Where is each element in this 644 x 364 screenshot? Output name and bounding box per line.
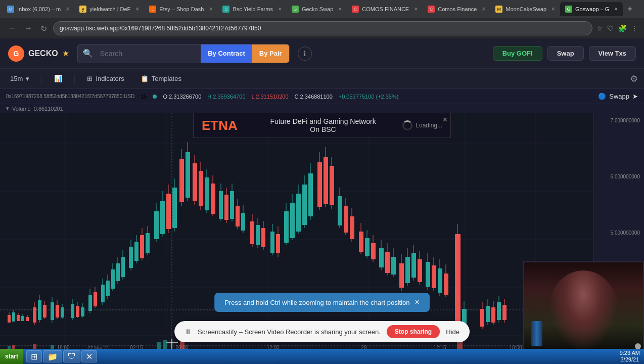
taskbar-right: 9:23 AM 3/29/21 — [616, 350, 644, 363]
ohlc-open: O 2.313266700 — [163, 94, 201, 100]
price-level-5: 5.000000000 — [598, 230, 640, 236]
favorite-star-icon[interactable]: ★ — [62, 49, 69, 58]
swap-button[interactable]: Swap — [547, 46, 584, 61]
recorder-text: Screencastify – Screen Video Recorder is… — [198, 328, 381, 336]
timeframe-selector[interactable]: 15m ▾ — [6, 73, 33, 84]
templates-icon: 📋 — [141, 75, 149, 82]
tab-mooncake[interactable]: M MoonCakeSwap × — [490, 2, 560, 16]
taskbar-item-security[interactable]: 🛡 — [63, 350, 80, 362]
ohlc-close-val: 2.346881100 — [300, 94, 333, 100]
logo-area: G GECKO ★ — [8, 46, 69, 62]
taskbar-item-tool[interactable]: ✕ — [81, 350, 97, 362]
webcam-person — [548, 270, 619, 351]
taskbar: start ⊞ 📁 🛡 ✕ 9:23 AM 3/29/21 — [0, 349, 644, 364]
tab-bsc[interactable]: B Bsc Yield Farms × — [217, 2, 286, 16]
ad-subtext: On BSC — [244, 125, 403, 133]
swapp-label: Swapp — [609, 93, 629, 100]
chart-type-selector[interactable]: 📊 — [50, 73, 66, 84]
tab-gecko-swap[interactable]: G Gecko Swap × — [287, 2, 347, 16]
ad-text: Future DeFi and Gaming Network — [244, 117, 403, 125]
by-pair-button[interactable]: By Pair — [252, 44, 289, 63]
tab-close-icon[interactable]: × — [338, 6, 342, 13]
volume-val: 0.86110201 — [34, 106, 63, 112]
chart-settings-button[interactable]: ⚙ — [630, 73, 638, 84]
zoom-hint-text: Press and hold Ctrl while zooming to mai… — [224, 299, 409, 306]
tab-label: Bsc Yield Farms — [233, 6, 272, 12]
tab-close-icon[interactable]: × — [209, 6, 212, 13]
toolbar-separator-2 — [74, 74, 75, 84]
tab-label: Goswapp – G — [575, 6, 609, 12]
ohlc-bar: 0x16971987268 58f52dd5b1380421f27d567797… — [0, 89, 644, 104]
ohlc-close: C 2.346881100 — [295, 94, 333, 100]
ohlc-high: H 2.359364700 — [207, 94, 245, 100]
ad-logo: ETNA — [202, 118, 238, 133]
tab-close-icon[interactable]: × — [135, 6, 139, 13]
by-contract-button[interactable]: By Contract — [201, 44, 252, 63]
tab-close-icon[interactable]: × — [66, 6, 69, 13]
buy-gofi-button[interactable]: Buy GOFI — [493, 46, 542, 61]
tab-gmail[interactable]: M Inbox (6,082) – m × — [2, 2, 74, 16]
tab-label: Comos Finance — [438, 6, 477, 12]
more-icon[interactable]: ⋮ — [631, 24, 638, 32]
stop-sharing-button[interactable]: Stop sharing — [387, 325, 440, 338]
templates-button[interactable]: 📋 Templates — [136, 73, 186, 84]
ohlc-pair: 0x16971987268 58f52dd5b1380421f27d567797… — [6, 94, 134, 99]
info-button[interactable]: ℹ — [298, 47, 312, 61]
search-icon: 🔍 — [78, 49, 98, 58]
hide-button[interactable]: Hide — [446, 328, 459, 336]
ohlc-low-label: L — [252, 94, 255, 100]
tab-label: Gecko Swap — [302, 6, 333, 12]
webcam-can — [531, 321, 542, 346]
ohlc-low: L 2.311510200 — [252, 94, 289, 100]
reload-button[interactable]: ↻ — [38, 22, 49, 35]
tab-label: MoonCakeSwap — [505, 6, 546, 12]
volume-dropdown-icon[interactable]: ▾ — [6, 105, 9, 112]
tab-close-icon[interactable]: × — [414, 6, 418, 13]
candlestick-chart: 18:00 27 Mar '21 02:15 06:00 12:00 29 12… — [0, 113, 593, 352]
url-text: goswapp.bsc.web.app/0x16971987268 58f52d… — [60, 25, 261, 32]
tab-favicon: E — [149, 6, 156, 13]
share-icon: ➤ — [632, 93, 638, 100]
url-bar[interactable]: goswapp.bsc.web.app/0x16971987268 58f52d… — [53, 21, 592, 35]
ad-close-button[interactable]: × — [443, 115, 447, 124]
taskbar-date-display: 3/29/21 — [620, 356, 640, 363]
tab-close-icon[interactable]: × — [278, 6, 282, 13]
loading-spinner — [402, 120, 412, 130]
tab-favicon: y — [79, 6, 86, 13]
new-tab-button[interactable]: + — [623, 2, 637, 16]
price-level-7: 7.000000000 — [598, 118, 640, 123]
tab-close-icon[interactable]: × — [551, 6, 555, 13]
svg-rect-182 — [157, 342, 161, 349]
ad-content: Future DeFi and Gaming Network On BSC — [244, 117, 403, 133]
zoom-hint-close-button[interactable]: × — [415, 298, 420, 307]
chart-main: 18:00 27 Mar '21 02:15 06:00 12:00 29 12… — [0, 113, 593, 352]
back-button[interactable]: ← — [6, 22, 18, 35]
tab-favicon: G — [565, 6, 572, 13]
tab-yieldwatch[interactable]: y yieldwatch | DeF × — [74, 2, 144, 16]
tab-comos2[interactable]: C Comos Finance × — [423, 2, 490, 16]
view-txs-button[interactable]: View Txs — [589, 46, 636, 61]
tab-close-icon[interactable]: × — [614, 6, 618, 13]
search-input[interactable] — [98, 50, 201, 58]
ohlc-low-val: 2.311510200 — [256, 94, 288, 100]
webcam-video — [524, 262, 643, 351]
tab-goswapp[interactable]: G Goswapp – G × — [560, 2, 623, 16]
ohlc-dot — [153, 95, 157, 99]
taskbar-item-folder[interactable]: 📁 — [43, 350, 62, 362]
chart-outer: 18:00 27 Mar '21 02:15 06:00 12:00 29 12… — [0, 113, 644, 352]
forward-button[interactable]: → — [22, 22, 34, 35]
tab-close-icon[interactable]: × — [482, 6, 485, 13]
recorder-pause-icon: ⏸ — [185, 328, 192, 336]
indicators-button[interactable]: ⊞ Indicators — [83, 73, 128, 84]
extension-icon[interactable]: 🧩 — [618, 24, 627, 32]
start-button[interactable]: start — [0, 349, 23, 364]
tab-comos1[interactable]: C COMOS FINANCE × — [347, 2, 423, 16]
templates-label: Templates — [152, 75, 181, 82]
taskbar-item-explorer[interactable]: ⊞ — [26, 350, 42, 362]
bookmark-icon[interactable]: ☆ — [596, 24, 603, 32]
tab-favicon: B — [222, 6, 229, 13]
ohlc-high-val: 2.359364700 — [213, 94, 245, 100]
taskbar-items: ⊞ 📁 🛡 ✕ — [23, 350, 100, 362]
tab-etsy[interactable]: E Etsy – Shop Dash × — [144, 2, 217, 16]
nav-bar: ← → ↻ goswapp.bsc.web.app/0x16971987268 … — [0, 18, 644, 38]
